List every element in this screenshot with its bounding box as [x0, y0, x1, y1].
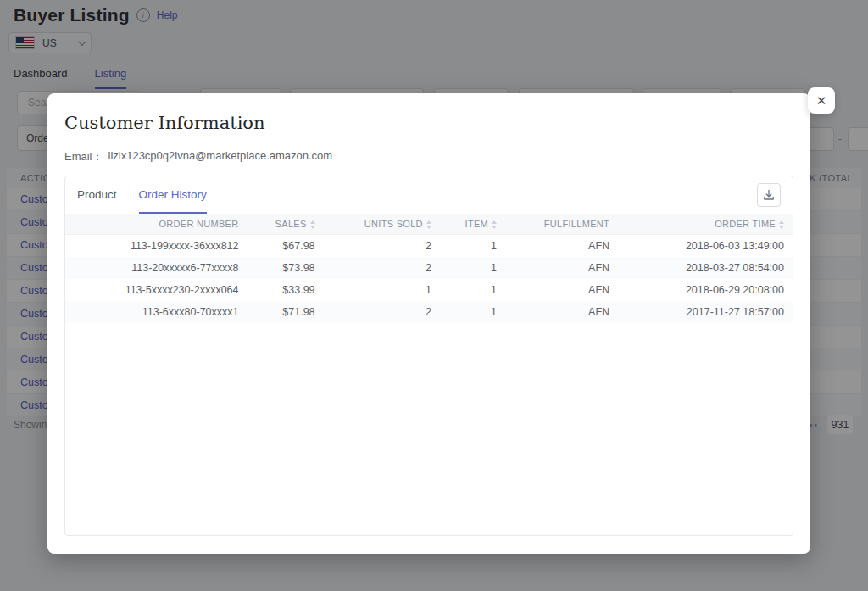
- column-header: ORDER NUMBER: [65, 214, 248, 235]
- page-root: Buyer Listing i Help US Dashboard Listin…: [0, 0, 868, 591]
- order-number-cell: 113-5xxxx230-2xxxx064: [65, 279, 248, 301]
- close-icon[interactable]: ✕: [808, 87, 835, 114]
- order-time-cell: 2017-11-27 18:57:00: [618, 301, 793, 323]
- column-header[interactable]: ORDER TIME: [618, 214, 793, 235]
- sort-caret-icon[interactable]: [426, 220, 431, 229]
- sales-cell: $73.98: [248, 257, 324, 279]
- order-time-cell: 2018-03-27 08:54:00: [618, 257, 793, 279]
- order-table-head-row: ORDER NUMBERSALESUNITS SOLDITEMFULFILLME…: [65, 214, 793, 235]
- order-time-cell: 2018-06-29 20:08:00: [618, 279, 793, 301]
- item-cell: 1: [440, 257, 505, 279]
- item-cell: 1: [440, 235, 505, 258]
- column-header-label: ITEM: [465, 219, 488, 229]
- fulfillment-cell: AFN: [505, 301, 618, 323]
- download-icon: [763, 189, 775, 201]
- item-cell: 1: [440, 301, 505, 323]
- order-history-card: Product Order History ORDER: [64, 176, 793, 536]
- tab-product[interactable]: Product: [77, 176, 117, 214]
- email-value: llzix123cp0q2lvna@marketplace.amazon.com: [108, 149, 333, 164]
- table-row: 113-5xxxx230-2xxxx064$33.9911AFN2018-06-…: [65, 279, 793, 301]
- order-table-body: 113-199xxxx-36xxx812$67.9821AFN2018-06-0…: [65, 235, 793, 324]
- order-time-cell: 2018-06-03 13:49:00: [618, 235, 793, 258]
- column-header-label: ORDER NUMBER: [159, 219, 238, 229]
- column-header-label: ORDER TIME: [715, 219, 776, 229]
- column-header[interactable]: ITEM: [440, 214, 505, 235]
- item-cell: 1: [440, 279, 505, 301]
- card-tabs: Product Order History: [77, 176, 207, 214]
- sort-caret-icon[interactable]: [310, 220, 315, 229]
- column-header: FULFILLMENT: [505, 214, 618, 235]
- card-header: Product Order History: [65, 176, 793, 214]
- units-sold-cell: 2: [324, 301, 440, 323]
- order-number-cell: 113-20xxxxx6-77xxxx8: [65, 257, 248, 279]
- customer-info-modal: Customer Information Email： llzix123cp0q…: [47, 93, 810, 554]
- column-header[interactable]: UNITS SOLD: [324, 214, 440, 235]
- units-sold-cell: 1: [324, 279, 440, 301]
- order-number-cell: 113-199xxxx-36xxx812: [65, 235, 248, 258]
- order-history-table: ORDER NUMBERSALESUNITS SOLDITEMFULFILLME…: [65, 214, 793, 323]
- sales-cell: $67.98: [248, 235, 324, 258]
- units-sold-cell: 2: [324, 257, 440, 279]
- tab-order-history[interactable]: Order History: [139, 176, 207, 214]
- sort-caret-icon[interactable]: [779, 220, 784, 229]
- fulfillment-cell: AFN: [505, 279, 618, 301]
- sales-cell: $33.99: [248, 279, 324, 301]
- download-button[interactable]: [757, 183, 781, 207]
- column-header-label: FULFILLMENT: [544, 219, 609, 229]
- table-row: 113-199xxxx-36xxx812$67.9821AFN2018-06-0…: [65, 235, 793, 258]
- order-number-cell: 113-6xxx80-70xxxx1: [65, 301, 248, 323]
- table-row: 113-20xxxxx6-77xxxx8$73.9821AFN2018-03-2…: [65, 257, 793, 279]
- email-row: Email： llzix123cp0q2lvna@marketplace.ama…: [64, 149, 793, 164]
- fulfillment-cell: AFN: [505, 257, 618, 279]
- units-sold-cell: 2: [324, 235, 440, 258]
- sort-caret-icon[interactable]: [492, 220, 497, 229]
- column-header-label: UNITS SOLD: [364, 219, 423, 229]
- column-header[interactable]: SALES: [248, 214, 324, 235]
- sales-cell: $71.98: [248, 301, 324, 323]
- column-header-label: SALES: [275, 219, 307, 229]
- table-row: 113-6xxx80-70xxxx1$71.9821AFN2017-11-27 …: [65, 301, 793, 323]
- modal-title: Customer Information: [64, 110, 793, 136]
- email-label: Email：: [64, 149, 103, 164]
- fulfillment-cell: AFN: [505, 235, 618, 258]
